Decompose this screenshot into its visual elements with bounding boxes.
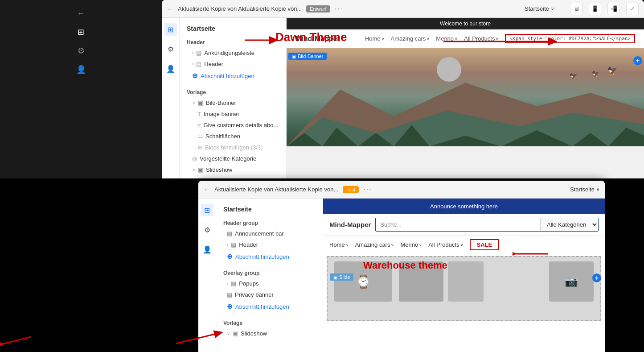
- win1-startseite: Startseite ∨: [525, 5, 554, 12]
- win1-link-home[interactable]: Home ∨: [365, 35, 385, 42]
- win1-titlebar: ← Aktualisierte Kopie von Aktualisierte …: [162, 0, 644, 18]
- win2-back-icon[interactable]: ←: [204, 186, 210, 193]
- left-icon-users[interactable]: 👤: [76, 65, 86, 75]
- win1-link-amazingcars[interactable]: Amazing cars ∨: [391, 35, 430, 42]
- win2-link-allproducts[interactable]: All Products ∨: [428, 241, 463, 248]
- win1-item-announcement[interactable]: › ▤ Ankündigungsleiste: [180, 47, 286, 58]
- win2-sidebar-layout-icon[interactable]: ⊞: [201, 204, 213, 216]
- win2-sale-button[interactable]: SALE: [470, 239, 500, 250]
- win2-popups-icon: ▤: [231, 280, 236, 287]
- win1-back-icon[interactable]: ←: [167, 5, 173, 12]
- win1-item-blockhinzufuegen: ⊕ Block hinzufügen (3/3): [180, 142, 286, 153]
- win1-plus-icon: ⊕: [192, 72, 198, 80]
- win1-dots[interactable]: ···: [335, 5, 343, 13]
- win1-draft-badge: Entwurf: [306, 5, 330, 12]
- win2-nav-logo: Mind-Mapper: [329, 221, 371, 228]
- win1-item-give-customers[interactable]: ≡ Give customers details abo...: [180, 120, 286, 131]
- win2-plus1-icon: ⊕: [227, 253, 233, 261]
- win1-add-section1[interactable]: ⊕ Abschnitt hinzufügen: [180, 70, 286, 82]
- left-icon-layout[interactable]: ⊞: [78, 27, 84, 37]
- win2-header-group-label: Header group: [216, 216, 323, 228]
- win2-slide-label: ▣ Slide: [330, 273, 353, 281]
- win1-add-block-btn[interactable]: +: [633, 56, 642, 65]
- win1-item-imagebanner[interactable]: T Image banner: [180, 108, 286, 120]
- win2-titlebar: ← Aktualisierte Kopie von Aktualisierte …: [198, 181, 605, 199]
- win1-title: Aktualisierte Kopie von Aktualisierte Ko…: [178, 5, 302, 12]
- win2-slideshow-icon: ▣: [233, 330, 238, 337]
- win1-item-icon: ▤: [196, 50, 201, 56]
- win2-title: Aktualisierte Kopie von Aktualisierte Ko…: [214, 186, 338, 193]
- win2-item-slideshow[interactable]: ∨ ▣ Slideshow: [216, 328, 323, 339]
- win2-add-slide-btn[interactable]: +: [592, 273, 601, 282]
- win1-block-icon: ⊕: [197, 144, 202, 151]
- win2-add-section2[interactable]: ⊕ Abschnitt hinzufügen: [216, 300, 323, 313]
- win2-item-privacy-banner[interactable]: ▤ Privacy banner: [216, 289, 323, 300]
- win2-preview: Announce something here Mind-Mapper Alle…: [323, 199, 605, 352]
- win1-item-slideshow[interactable]: ∨ ▣ Slideshow: [180, 164, 286, 175]
- win2-body: ⊞ ⚙ 👤 Startseite Header group ▤ Announce…: [198, 199, 605, 352]
- win2-link-amazingcars[interactable]: Amazing cars ∨: [355, 241, 394, 248]
- win2-announcement-icon: ▤: [227, 230, 232, 237]
- win2-search-input[interactable]: [376, 218, 540, 231]
- win1-store-topbar: Welcome to our store: [287, 18, 644, 29]
- win2-item-popups[interactable]: › ▤ Popups: [216, 278, 323, 289]
- win2-dots[interactable]: ···: [363, 186, 372, 194]
- win1-expand-slideshow: ∨: [192, 167, 195, 172]
- win1-expand-icon2: ›: [192, 62, 193, 66]
- bottom-arrow-left: [0, 328, 36, 348]
- win2-overlay-label: Overlay group: [216, 266, 323, 278]
- win1-item-bildbanner[interactable]: ∨ ▣ Bild-Banner: [180, 97, 286, 108]
- win2-vorlage-label: Vorlage: [216, 316, 323, 328]
- win2-slide-icon: ▣: [333, 275, 337, 280]
- win2-add-section1[interactable]: ⊕ Abschnitt hinzufügen: [216, 250, 323, 263]
- win1-item-icon2: ▤: [196, 61, 201, 67]
- win1-item-schaltflaechen[interactable]: ▭ Schaltflächen: [180, 131, 286, 142]
- win1-sidebar-layout-icon[interactable]: ⊞: [164, 23, 177, 36]
- win2-item-header[interactable]: › ▤ Header: [216, 239, 323, 250]
- win1-bildbanner-icon: ▣: [198, 99, 203, 106]
- win2-panel-title: Startseite: [216, 204, 323, 216]
- win1-item-header[interactable]: › ▤ Header: [180, 58, 286, 70]
- win2-header-icon: ▤: [231, 241, 236, 248]
- win2-panel: Startseite Header group ▤ Announcement b…: [216, 199, 323, 352]
- dawn-theme-label: Dawn Theme: [275, 30, 347, 44]
- win1-body: ⊞ ⚙ 👤 Startseite Header › ▤ Ankündigungs…: [162, 18, 644, 178]
- win1-icon-expand[interactable]: ⤢: [626, 3, 639, 15]
- win1-vorlage-label: Vorlage: [180, 86, 286, 97]
- bottom-arrow-right: [172, 328, 225, 348]
- win2-link-home[interactable]: Home ∨: [329, 241, 349, 248]
- win2-plus2-icon: ⊕: [227, 302, 233, 311]
- win1-icon-desktop[interactable]: 🖥: [570, 3, 582, 15]
- win2-search-select[interactable]: Alle Kategorien: [540, 218, 598, 231]
- win2-expand-slideshow: ∨: [227, 331, 230, 336]
- win1-imageslide-icon: ▭: [197, 178, 203, 178]
- win2-search-container: Alle Kategorien: [375, 218, 599, 232]
- red-arrow3: [513, 247, 550, 262]
- win1-vorgestellte-icon: ◎: [192, 155, 197, 162]
- win2-expand-popups: ›: [227, 281, 228, 286]
- warehouse-theme-label: Warehouse theme: [363, 260, 447, 271]
- win2-links-bar: Home ∨ Amazing cars ∨ Merino ∨ All Produ…: [323, 236, 605, 254]
- win2-sidebar-users-icon[interactable]: 👤: [201, 243, 213, 256]
- left-icon-settings[interactable]: ⚙: [78, 46, 85, 56]
- win1-item-vorgestellte[interactable]: ◎ Vorgestellte Kategorie: [180, 153, 286, 164]
- left-sidebar: ← ⊞ ⚙ 👤: [0, 0, 162, 178]
- window1: ← Aktualisierte Kopie von Aktualisierte …: [162, 0, 644, 178]
- win1-sidebar: ⊞ ⚙ 👤: [162, 18, 180, 178]
- win2-sidebar-settings-icon[interactable]: ⚙: [201, 224, 213, 236]
- win2-item-announcement-bar[interactable]: ▤ Announcement bar: [216, 228, 323, 239]
- win1-slideshow-icon: ▣: [198, 166, 203, 173]
- win2-link-merino[interactable]: Merino ∨: [400, 241, 422, 248]
- win1-imagebanner-icon: T: [197, 111, 201, 117]
- win1-sidebar-users-icon[interactable]: 👤: [164, 62, 177, 75]
- win1-give-icon: ≡: [197, 122, 201, 128]
- win1-icon-tablet[interactable]: 📱: [589, 3, 601, 15]
- win1-icon-mobile[interactable]: 📲: [607, 3, 620, 15]
- win2-expand-header: ›: [227, 242, 228, 247]
- win1-expand-bildbanner: ∨: [192, 100, 195, 105]
- red-arrow2: [439, 35, 559, 50]
- win1-item-imageslide[interactable]: ▭ Image slide: [180, 175, 286, 178]
- win1-sidebar-settings-icon[interactable]: ⚙: [164, 43, 177, 55]
- win2-announce-bar: Announce something here: [323, 199, 605, 214]
- left-icon-back[interactable]: ←: [77, 9, 85, 18]
